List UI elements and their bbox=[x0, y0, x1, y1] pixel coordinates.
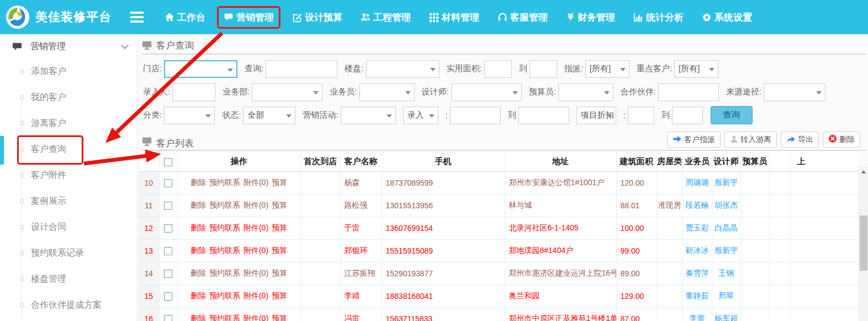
row-checkbox[interactable] bbox=[164, 224, 172, 233]
source-select[interactable] bbox=[764, 83, 825, 101]
sidebar-item-my-customers[interactable]: 我的客户 bbox=[0, 85, 137, 110]
delete-button[interactable]: 删除 bbox=[823, 131, 860, 148]
menu-toggle-icon[interactable] bbox=[130, 12, 144, 23]
row-checkbox[interactable] bbox=[164, 247, 172, 255]
store-select[interactable] bbox=[164, 60, 237, 78]
op-attachment-link[interactable]: 附件(0) bbox=[244, 314, 268, 321]
nav-item-statistics[interactable]: 统计分析 bbox=[627, 6, 690, 29]
sidebar-item-partner-commission[interactable]: 合作伙伴提成方案 bbox=[0, 292, 137, 318]
op-appointment-link[interactable]: 预约联系 bbox=[209, 314, 240, 321]
op-attachment-link[interactable]: 附件(0) bbox=[244, 201, 268, 209]
usable-area-max-input[interactable] bbox=[530, 60, 557, 78]
nav-item-settings[interactable]: 系统设置 bbox=[695, 6, 759, 29]
nav-item-customer-service[interactable]: 客服管理 bbox=[491, 6, 554, 29]
op-budget-link[interactable]: 预算 bbox=[272, 201, 287, 209]
sidebar-item-appointment-records[interactable]: 预约联系记录 bbox=[0, 240, 137, 266]
discount-to-input[interactable] bbox=[672, 107, 703, 124]
salesman-select[interactable] bbox=[359, 83, 415, 101]
salesman-link[interactable]: 贾玉彩 bbox=[686, 223, 709, 232]
discount-from-input[interactable] bbox=[628, 107, 654, 124]
key-customer-select[interactable]: [所有] bbox=[674, 60, 718, 78]
op-appointment-link[interactable]: 预约联系 bbox=[209, 291, 240, 300]
sidebar-item-case-display[interactable]: 案例展示 bbox=[0, 188, 137, 214]
nav-item-design-budget[interactable]: 设计预算 bbox=[285, 6, 349, 29]
op-delete-link[interactable]: 删除 bbox=[190, 201, 206, 209]
op-delete-link[interactable]: 删除 bbox=[190, 314, 206, 321]
salesman-link[interactable]: 周璐璐 bbox=[686, 178, 709, 187]
op-attachment-link[interactable]: 附件(0) bbox=[244, 291, 268, 300]
op-appointment-link[interactable]: 预约联系 bbox=[209, 269, 240, 277]
scroll-up-button[interactable] bbox=[859, 167, 868, 176]
export-button[interactable]: 导出 bbox=[781, 131, 819, 148]
entered-by-input[interactable] bbox=[172, 83, 215, 101]
scrollbar-thumb[interactable] bbox=[860, 215, 867, 271]
campaign-select[interactable] bbox=[341, 107, 396, 124]
designer-link[interactable]: 邢翠 bbox=[718, 291, 734, 300]
assign-customer-button[interactable]: 客户指派 bbox=[667, 131, 721, 148]
date-from-input[interactable] bbox=[450, 107, 501, 124]
nav-item-materials[interactable]: 材料管理 bbox=[422, 6, 486, 29]
op-attachment-link[interactable]: 附件(0) bbox=[244, 269, 268, 277]
row-checkbox[interactable] bbox=[164, 202, 172, 210]
vertical-scrollbar[interactable] bbox=[859, 167, 868, 321]
search-button[interactable]: 查询 bbox=[711, 106, 753, 124]
date-field-select[interactable]: 录入 bbox=[403, 107, 438, 124]
date-to-input[interactable] bbox=[518, 107, 569, 124]
designer-link[interactable]: 王钢 bbox=[718, 269, 734, 277]
select-all-checkbox[interactable] bbox=[164, 158, 172, 166]
op-budget-link[interactable]: 预算 bbox=[272, 223, 287, 232]
op-budget-link[interactable]: 预算 bbox=[272, 246, 287, 255]
sidebar-group-marketing[interactable]: 营销管理 bbox=[0, 34, 137, 59]
op-budget-link[interactable]: 预算 bbox=[272, 269, 287, 277]
op-delete-link[interactable]: 删除 bbox=[190, 246, 206, 255]
op-appointment-link[interactable]: 预约联系 bbox=[209, 246, 240, 255]
sidebar-item-stray-customers[interactable]: 游离客户 bbox=[0, 110, 137, 136]
designer-link[interactable]: 殷新宇 bbox=[714, 246, 738, 255]
sidebar-item-customer-attachments[interactable]: 客户附件 bbox=[0, 162, 137, 188]
op-appointment-link[interactable]: 预约联系 bbox=[209, 178, 240, 187]
sales-dept-select[interactable] bbox=[252, 83, 322, 101]
salesman-link[interactable]: 段若楠 bbox=[686, 201, 709, 209]
row-checkbox[interactable] bbox=[164, 270, 172, 278]
status-select[interactable]: 全部 bbox=[243, 107, 295, 124]
sidebar-item-design-contract[interactable]: 设计合同 bbox=[0, 214, 137, 240]
sidebar-item-property-management[interactable]: 楼盘管理 bbox=[0, 266, 137, 292]
nav-item-engineering[interactable]: 工程管理 bbox=[354, 6, 417, 29]
nav-item-marketing[interactable]: 营销管理 bbox=[217, 6, 280, 29]
op-delete-link[interactable]: 删除 bbox=[190, 291, 206, 300]
category-select[interactable] bbox=[164, 107, 215, 124]
row-checkbox[interactable] bbox=[164, 179, 172, 187]
sidebar-item-add-customer[interactable]: 添加客户 bbox=[0, 59, 137, 85]
op-attachment-link[interactable]: 附件(0) bbox=[244, 223, 268, 232]
op-appointment-link[interactable]: 预约联系 bbox=[209, 201, 240, 209]
salesman-link[interactable]: 李蕾 bbox=[690, 314, 705, 321]
nav-item-workbench[interactable]: 工作台 bbox=[158, 6, 212, 29]
to-stray-button[interactable]: 转入游离 bbox=[724, 131, 777, 148]
op-delete-link[interactable]: 删除 bbox=[190, 178, 206, 187]
designer-select[interactable] bbox=[451, 83, 522, 101]
op-budget-link[interactable]: 预算 bbox=[272, 178, 287, 187]
op-budget-link[interactable]: 预算 bbox=[272, 314, 287, 321]
op-appointment-link[interactable]: 预约联系 bbox=[209, 223, 240, 232]
op-delete-link[interactable]: 删除 bbox=[190, 269, 206, 277]
op-attachment-link[interactable]: 附件(0) bbox=[244, 178, 268, 187]
estimator-select[interactable] bbox=[558, 83, 613, 101]
property-select[interactable] bbox=[366, 60, 440, 78]
designer-link[interactable]: 胡张杰 bbox=[714, 201, 738, 209]
designer-link[interactable]: 殷新宇 bbox=[714, 178, 738, 187]
op-attachment-link[interactable]: 附件(0) bbox=[244, 246, 268, 255]
row-checkbox[interactable] bbox=[164, 292, 172, 301]
nav-item-finance[interactable]: ¥财务管理 bbox=[559, 6, 622, 29]
op-budget-link[interactable]: 预算 bbox=[272, 291, 287, 300]
usable-area-min-input[interactable] bbox=[484, 60, 512, 78]
assign-select[interactable]: [所有] bbox=[585, 60, 629, 78]
op-delete-link[interactable]: 删除 bbox=[190, 223, 206, 232]
row-checkbox[interactable] bbox=[164, 315, 172, 321]
designer-link[interactable]: 白晶晶 bbox=[714, 223, 738, 232]
discount-field-select[interactable]: 项目折扣 bbox=[576, 107, 616, 124]
keyword-input[interactable] bbox=[266, 60, 337, 78]
salesman-link[interactable]: 秦雪萍 bbox=[686, 269, 709, 277]
partner-input[interactable] bbox=[658, 83, 719, 101]
designer-link[interactable]: 杨军超 bbox=[714, 314, 738, 321]
salesman-link[interactable]: 董静茹 bbox=[686, 291, 709, 300]
